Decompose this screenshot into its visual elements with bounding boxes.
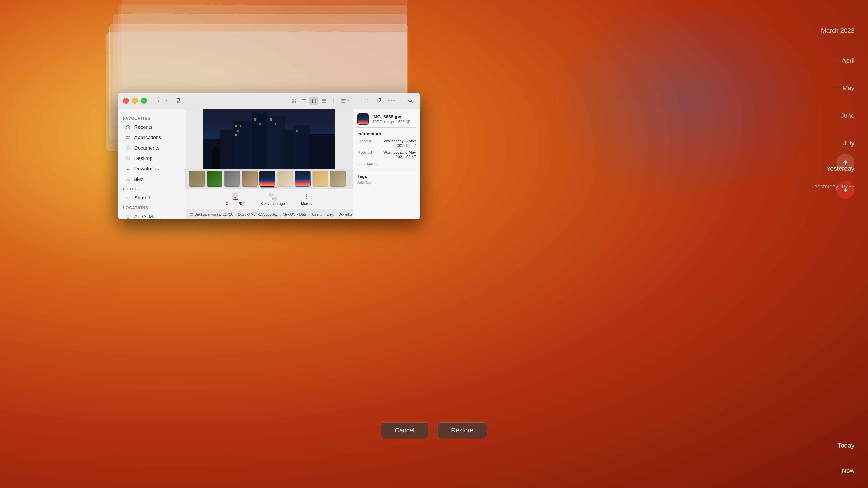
thumbnail-4[interactable] <box>242 171 258 187</box>
svg-text:PDF: PDF <box>234 199 237 201</box>
computer-icon <box>125 214 131 219</box>
svg-rect-1 <box>294 99 296 100</box>
timeline-june[interactable]: June <box>800 112 868 119</box>
list-view-button[interactable] <box>300 97 309 105</box>
svg-rect-13 <box>325 102 326 103</box>
timeline-now[interactable]: Now <box>800 467 868 475</box>
group-button[interactable] <box>339 97 351 105</box>
breadcrumb-server-label: Backups@snap-11718 <box>194 212 233 217</box>
close-button[interactable] <box>123 98 129 104</box>
finder-titlebar: ‹ › 2 <box>118 93 421 109</box>
timeline-line-9 <box>834 471 848 471</box>
tags-section: Tags Add Tags... <box>353 172 421 189</box>
create-pdf-icon: PDF <box>231 193 239 201</box>
finder-sidebar: Favourites Recents Applications <box>118 109 185 219</box>
sidebar-item-downloads[interactable]: Downloads <box>119 164 183 174</box>
sidebar-item-alex[interactable]: alex <box>119 174 183 184</box>
timeline-may[interactable]: May <box>800 85 868 92</box>
info-section: Information Created Wednesday, 5 May 202… <box>353 128 421 172</box>
image-container <box>185 109 352 168</box>
tags-title: Tags <box>358 174 416 179</box>
gallery-view-button[interactable] <box>319 97 329 105</box>
svg-rect-8 <box>313 99 314 103</box>
svg-rect-24 <box>128 136 130 137</box>
svg-rect-23 <box>126 136 128 137</box>
breadcrumb-users: Users <box>312 212 322 217</box>
minimize-button[interactable] <box>132 98 138 104</box>
column-view-button[interactable] <box>309 97 318 105</box>
nav-buttons: ‹ › <box>156 96 170 105</box>
create-pdf-action[interactable]: PDF Create PDF <box>222 191 248 207</box>
tag-button[interactable] <box>374 97 383 105</box>
finder-main: PDF Create PDF Convert Image <box>185 109 421 219</box>
maximize-button[interactable] <box>141 98 147 104</box>
sidebar-label-documents: Documents <box>134 145 159 151</box>
recents-icon <box>125 124 131 130</box>
svg-point-39 <box>306 196 307 197</box>
restore-button[interactable]: Restore <box>437 422 487 438</box>
svg-rect-5 <box>302 101 306 101</box>
file-size-separator: – <box>395 120 398 124</box>
thumbnail-3[interactable] <box>224 171 240 187</box>
convert-image-label: Convert Image <box>261 202 285 206</box>
traffic-lights <box>123 98 147 104</box>
sidebar-item-documents[interactable]: Documents <box>119 143 183 153</box>
sidebar-item-alexs-mac[interactable]: Alex's Mac... <box>119 212 183 219</box>
thumbnail-2[interactable] <box>207 171 222 187</box>
sidebar-section-icloud: iCloud <box>118 185 185 193</box>
cancel-button[interactable]: Cancel <box>381 422 428 438</box>
breadcrumb-downloads: Downloads <box>338 212 352 217</box>
sidebar-label-shared: Shared <box>134 195 150 201</box>
building-center-tall1 <box>233 121 253 168</box>
thumbnail-7[interactable] <box>295 171 311 187</box>
sidebar-section-favourites: Favourites <box>118 114 185 122</box>
sidebar-section-locations: Locations <box>118 204 185 211</box>
svg-point-40 <box>306 198 307 199</box>
timeline-march-2023[interactable]: March 2023 <box>800 27 868 34</box>
timeline: March 2023 April May June July Yesterday <box>800 0 868 488</box>
scroll-indicator <box>261 187 277 188</box>
sep-3: › <box>309 213 310 216</box>
timeline-july[interactable]: July <box>800 140 868 147</box>
more-action[interactable]: More... <box>298 191 316 207</box>
breadcrumb-alex-label: alex <box>327 212 334 217</box>
timeline-yesterday[interactable]: Yesterday <box>800 165 868 172</box>
sidebar-label-alexs-mac: Alex's Mac... <box>134 214 162 219</box>
forward-button[interactable]: › <box>164 96 169 105</box>
timeline-today[interactable]: Today <box>800 442 868 449</box>
more-icon <box>303 193 311 201</box>
breadcrumb-downloads-label: Downloads <box>338 212 352 217</box>
sidebar-item-desktop[interactable]: Desktop <box>119 153 183 163</box>
sidebar-label-recents: Recents <box>134 124 153 130</box>
back-button[interactable]: ‹ <box>156 96 162 105</box>
search-button[interactable] <box>406 97 415 105</box>
timeline-yesterday-time[interactable]: Yesterday, 15:35 <box>800 184 868 190</box>
timeline-line-8 <box>834 446 848 446</box>
thumbnail-8[interactable] <box>312 171 328 187</box>
tags-input-placeholder[interactable]: Add Tags... <box>358 181 416 185</box>
documents-icon <box>125 145 131 151</box>
thumbnail-6[interactable] <box>277 171 293 187</box>
sidebar-item-applications[interactable]: Applications <box>119 133 183 142</box>
thumbnail-9[interactable] <box>330 171 346 187</box>
sidebar-label-desktop: Desktop <box>134 156 153 161</box>
icon-view-button[interactable] <box>289 97 299 105</box>
desktop-icon <box>125 155 131 162</box>
more-options-button[interactable] <box>387 97 396 105</box>
modified-value: Wednesday, 5 May 2021, 05:47 <box>374 150 416 159</box>
thumbnail-1[interactable] <box>189 171 205 187</box>
sidebar-item-shared[interactable]: Shared <box>119 193 183 203</box>
svg-rect-25 <box>126 138 128 139</box>
breadcrumb-alex: alex <box>327 212 334 217</box>
thumbnail-5[interactable] <box>259 171 275 187</box>
convert-image-action[interactable]: Convert Image <box>257 191 288 207</box>
share-button[interactable] <box>362 97 370 105</box>
timeline-april[interactable]: April <box>800 57 868 64</box>
sidebar-item-recents[interactable]: Recents <box>119 122 183 132</box>
info-row-modified: Modified Wednesday, 5 May 2021, 05:47 <box>358 150 416 159</box>
svg-point-29 <box>127 177 129 180</box>
breadcrumb-macos-data: MacOS - Data <box>283 212 307 217</box>
info-panel: IMG_6665.jpg JPEG image – 657 KB Informa… <box>352 109 421 219</box>
timeline-line-6 <box>834 168 848 169</box>
svg-rect-9 <box>315 99 316 103</box>
